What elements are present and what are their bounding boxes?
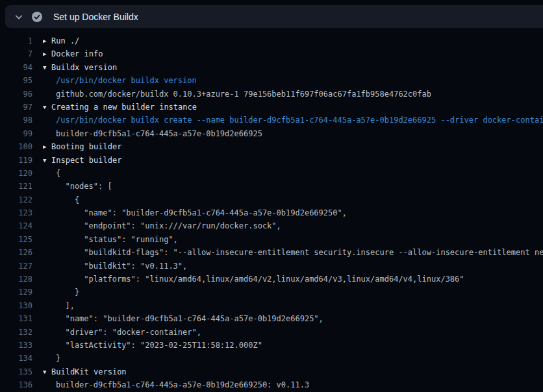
- line-number[interactable]: 126: [0, 246, 32, 259]
- line-number[interactable]: 132: [0, 326, 32, 339]
- line-number[interactable]: 122: [0, 193, 32, 206]
- log-line-row: 122 {: [0, 193, 543, 206]
- log-line-text: }: [43, 352, 543, 365]
- line-number[interactable]: 131: [0, 312, 32, 325]
- group-title: Inspect builder: [51, 156, 121, 165]
- status-check-icon: [29, 11, 45, 23]
- log-line-text: builder-d9cfb5a1-c764-445a-a57e-0b19d2e6…: [43, 378, 543, 391]
- line-number[interactable]: 130: [0, 299, 32, 312]
- log-line-row: 120{: [0, 167, 543, 180]
- log-line-row: 96github.com/docker/buildx 0.10.3+azure-…: [0, 88, 543, 101]
- log-line-row: 131 "name": "builder-d9cfb5a1-c764-445a-…: [0, 312, 543, 325]
- line-number[interactable]: 119: [0, 154, 32, 167]
- log-group-row: 100▶Booting builder: [0, 140, 543, 153]
- log-line-text: github.com/docker/buildx 0.10.3+azure-1 …: [43, 88, 543, 101]
- log-line-row: 127 "buildkit": "v0.11.3",: [0, 260, 543, 273]
- line-number[interactable]: 124: [0, 219, 32, 232]
- line-number[interactable]: 135: [0, 365, 32, 378]
- check-circle-glyph: [31, 11, 43, 23]
- log-group-toggle[interactable]: ▶Run ./: [43, 34, 543, 47]
- log-line-row: 126 "buildkitd-flags": "--allow-insecure…: [0, 246, 543, 259]
- log-line-row: 133 "lastActivity": "2023-02-25T11:58:12…: [0, 339, 543, 352]
- group-title: Run ./: [51, 36, 79, 45]
- log-line-text: "driver": "docker-container",: [43, 326, 543, 339]
- step-header[interactable]: Set up Docker Buildx: [5, 5, 543, 28]
- triangle-expanded-icon[interactable]: ▼: [43, 101, 51, 114]
- line-number[interactable]: 100: [0, 140, 32, 153]
- log-line-row: 121 "nodes": [: [0, 180, 543, 193]
- log-line-text: "status": "running",: [43, 233, 543, 246]
- group-title: BuildKit version: [51, 367, 127, 376]
- group-title: Docker info: [51, 49, 103, 58]
- line-number[interactable]: 94: [0, 61, 32, 74]
- log-group-row: 119▼Inspect builder: [0, 154, 543, 167]
- log-group-toggle[interactable]: ▶Docker info: [43, 47, 543, 60]
- log-line-text: "buildkitd-flags": "--allow-insecure-ent…: [43, 246, 543, 259]
- log-line-row: 134}: [0, 352, 543, 365]
- step-title: Set up Docker Buildx: [53, 12, 138, 22]
- chevron-down-glyph: [14, 12, 23, 21]
- log-line-text: {: [43, 193, 543, 206]
- log-line-text: "name": "builder-d9cfb5a1-c764-445a-a57e…: [43, 206, 543, 219]
- log-group-row: 97▼Creating a new builder instance: [0, 101, 543, 114]
- log-line-row: 128 "platforms": "linux/amd64,linux/amd6…: [0, 273, 543, 286]
- log-line-text: builder-d9cfb5a1-c764-445a-a57e-0b19d2e6…: [43, 127, 543, 140]
- line-number[interactable]: 129: [0, 286, 32, 299]
- log-line-text: }: [43, 286, 543, 299]
- line-number[interactable]: 1: [0, 34, 32, 47]
- log-group-toggle[interactable]: ▶Booting builder: [43, 140, 543, 153]
- line-number[interactable]: 121: [0, 180, 32, 193]
- log-output: 1▶Run ./7▶Docker info94▼Buildx version95…: [0, 29, 543, 392]
- log-group-toggle[interactable]: ▼BuildKit version: [43, 365, 543, 378]
- line-number[interactable]: 98: [0, 114, 32, 127]
- log-group-toggle[interactable]: ▼Inspect builder: [43, 154, 543, 167]
- triangle-collapsed-icon[interactable]: ▶: [43, 140, 51, 153]
- line-number[interactable]: 134: [0, 352, 32, 365]
- line-number[interactable]: 95: [0, 74, 32, 87]
- log-line-text: ],: [43, 299, 543, 312]
- line-number[interactable]: 120: [0, 167, 32, 180]
- triangle-expanded-icon[interactable]: ▼: [43, 365, 51, 378]
- log-line-text: "platforms": "linux/amd64,linux/amd64/v2…: [43, 273, 543, 286]
- line-number[interactable]: 136: [0, 378, 32, 391]
- log-line-text: "buildkit": "v0.11.3",: [43, 260, 543, 273]
- triangle-expanded-icon[interactable]: ▼: [43, 61, 51, 74]
- log-group-row: 1▶Run ./: [0, 34, 543, 47]
- log-line-row: 95/usr/bin/docker buildx version: [0, 74, 543, 87]
- group-title: Booting builder: [51, 142, 121, 151]
- log-group-toggle[interactable]: ▼Creating a new builder instance: [43, 101, 543, 114]
- line-number[interactable]: 97: [0, 101, 32, 114]
- log-group-row: 94▼Buildx version: [0, 61, 543, 74]
- log-line-text: "lastActivity": "2023-02-25T11:58:12.000…: [43, 339, 543, 352]
- log-line-text: "endpoint": "unix:///var/run/docker.sock…: [43, 219, 543, 232]
- line-number[interactable]: 7: [0, 47, 32, 60]
- log-line-text: {: [43, 167, 543, 180]
- triangle-collapsed-icon[interactable]: ▶: [43, 47, 51, 60]
- log-line-row: 125 "status": "running",: [0, 233, 543, 246]
- log-line-text: "nodes": [: [43, 180, 543, 193]
- log-line-row: 99builder-d9cfb5a1-c764-445a-a57e-0b19d2…: [0, 127, 543, 140]
- triangle-collapsed-icon[interactable]: ▶: [43, 34, 51, 47]
- log-line-row: 123 "name": "builder-d9cfb5a1-c764-445a-…: [0, 206, 543, 219]
- chevron-down-icon[interactable]: [9, 12, 29, 21]
- log-line-row: 124 "endpoint": "unix:///var/run/docker.…: [0, 219, 543, 232]
- line-number[interactable]: 127: [0, 260, 32, 273]
- line-number[interactable]: 96: [0, 88, 32, 101]
- group-title: Buildx version: [51, 63, 117, 72]
- line-number[interactable]: 123: [0, 206, 32, 219]
- triangle-expanded-icon[interactable]: ▼: [43, 154, 51, 167]
- log-line-text: /usr/bin/docker buildx version: [43, 74, 543, 87]
- log-group-row: 7▶Docker info: [0, 47, 543, 60]
- log-group-row: 135▼BuildKit version: [0, 365, 543, 378]
- group-title: Creating a new builder instance: [51, 103, 197, 112]
- log-line-text: "name": "builder-d9cfb5a1-c764-445a-a57e…: [43, 312, 543, 325]
- log-group-toggle[interactable]: ▼Buildx version: [43, 61, 543, 74]
- line-number[interactable]: 99: [0, 127, 32, 140]
- log-line-row: 136builder-d9cfb5a1-c764-445a-a57e-0b19d…: [0, 378, 543, 391]
- line-number[interactable]: 125: [0, 233, 32, 246]
- line-number[interactable]: 128: [0, 273, 32, 286]
- log-line-row: 98/usr/bin/docker buildx create --name b…: [0, 114, 543, 127]
- log-line-row: 130 ],: [0, 299, 543, 312]
- line-number[interactable]: 133: [0, 339, 32, 352]
- log-line-row: 132 "driver": "docker-container",: [0, 326, 543, 339]
